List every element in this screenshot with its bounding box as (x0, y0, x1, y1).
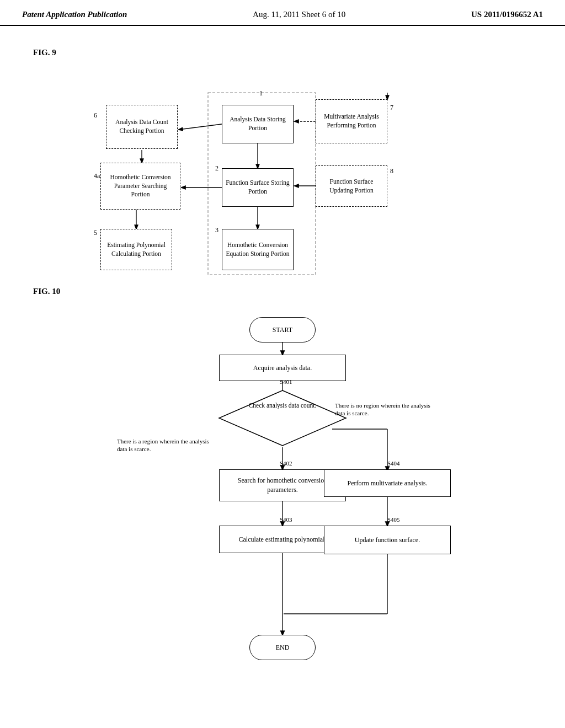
estimating-box: Estimating Polynomial Calculating Portio… (100, 229, 172, 270)
s405-box: Update function surface. (324, 526, 451, 554)
main-content: FIG. 9 (0, 26, 565, 719)
label-1: 1 (259, 89, 263, 98)
end-node: END (249, 635, 316, 660)
s404-label: S404 (387, 459, 400, 467)
s403-label: S403 (280, 516, 292, 523)
s401-label: S401 (280, 378, 292, 386)
label-4a: 4a (94, 172, 100, 180)
scarce-text: There is a region wherein the analysis d… (117, 437, 216, 453)
s400-box: Acquire analysis data. (219, 355, 346, 381)
label-7: 7 (390, 104, 393, 112)
s405-label: S405 (387, 516, 400, 523)
count-checking-box: Analysis Data Count Checking Portion (106, 105, 178, 149)
page-header: Patent Application Publication Aug. 11, … (0, 0, 565, 26)
function-updating-box: Function Surface Updating Portion (316, 165, 387, 207)
s401-diamond-svg: Check analysis data count. (216, 388, 349, 448)
multivariate-box: Multivariate Analysis Performing Portion (316, 99, 387, 143)
function-storing-box: Function Surface Storing Portion (222, 168, 294, 207)
label-5: 5 (94, 229, 97, 237)
s402-label: S402 (280, 459, 292, 467)
homothetic-search-box: Homothetic Conversion Parameter Searchin… (100, 163, 180, 210)
header-left: Patent Application Publication (22, 10, 127, 19)
fig9-label: FIG. 9 (33, 48, 532, 57)
fig9-diagram: 1 2 3 4a 5 6 7 8 Analysis Data Storing P… (45, 66, 520, 276)
label-2: 2 (215, 164, 218, 173)
homothetic-eq-box: Homothetic Conversion Equation Storing P… (222, 229, 294, 270)
fig10-diagram: START S400 Acquire analysis data. S401 C… (95, 305, 470, 702)
label-3: 3 (215, 226, 218, 234)
start-node: START (249, 317, 316, 342)
svg-line-2 (179, 124, 222, 130)
s404-box: Perform multivariate analysis. (324, 469, 451, 497)
header-right: US 2011/0196652 A1 (471, 10, 543, 19)
label-6: 6 (94, 111, 97, 120)
analysis-storing-box: Analysis Data Storing Portion (222, 105, 294, 143)
label-8: 8 (390, 167, 393, 175)
header-center: Aug. 11, 2011 Sheet 6 of 10 (253, 10, 345, 19)
no-scarce-text: There is no region wherein the analysis … (335, 402, 434, 417)
fig10-label: FIG. 10 (33, 287, 532, 296)
